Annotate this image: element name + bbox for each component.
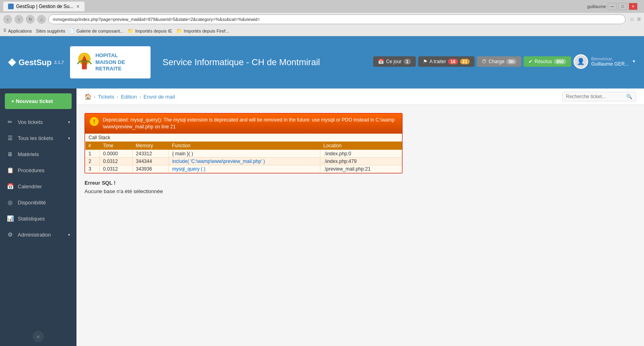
chevron-down-icon-0: ▾ bbox=[68, 120, 70, 124]
header-right: 📅 Ce jour 1 ⚑ A traiter 16 21 ⏱ Charge 0… bbox=[373, 54, 636, 71]
apps-icon: ⠿ bbox=[3, 28, 6, 33]
availability-icon: ◎ bbox=[6, 199, 14, 206]
db-error-text: Aucune base n'a été sélectionnée bbox=[85, 188, 636, 194]
clipboard-icon: 📋 bbox=[6, 167, 14, 173]
calendar-icon: 📅 bbox=[378, 59, 384, 64]
sidebar-item-tous-tickets[interactable]: ☰ Tous les tickets ▾ bbox=[0, 130, 76, 146]
tab-title: GestSup | Gestion de Su... bbox=[16, 4, 74, 9]
gestsup-version: 3.1.7 bbox=[54, 60, 64, 65]
col-num: # bbox=[85, 141, 100, 150]
new-ticket-button[interactable]: + Nouveau ticket bbox=[5, 93, 72, 109]
bookmark-galerie[interactable]: 📄 Galerie de composant... bbox=[69, 28, 124, 33]
hospital-logo: HOPITAL MAISON DE RETRAITE bbox=[70, 46, 151, 78]
error-message: Deprecated: mysql_query(): The mysql ext… bbox=[103, 117, 397, 130]
col-location: Location bbox=[320, 141, 402, 150]
ce-jour-button[interactable]: 📅 Ce jour 1 bbox=[373, 56, 416, 67]
resolus-badge: 850 bbox=[554, 59, 566, 64]
error-footer: Erreur SQL ! Aucune base n'a été sélecti… bbox=[85, 180, 636, 194]
sidebar-collapse-button[interactable]: « bbox=[0, 327, 76, 346]
charge-icon: ⏱ bbox=[482, 59, 487, 64]
sidebar-item-administration[interactable]: ⚙ Administration ▾ bbox=[0, 227, 76, 243]
user-avatar: 👤 bbox=[574, 54, 588, 69]
breadcrumb-edition[interactable]: Edition bbox=[121, 94, 137, 100]
reload-button[interactable]: ↻ bbox=[26, 15, 35, 24]
app-header: GestSup 3.1.7 HOPITAL MAISON DE RETR bbox=[0, 36, 644, 89]
tab-favicon bbox=[8, 4, 14, 9]
sidebar-item-materiels[interactable]: 🖥 Matériels bbox=[0, 146, 76, 162]
gestsup-diamond-icon bbox=[8, 58, 16, 66]
col-time: Time bbox=[99, 141, 132, 150]
bookmark-importes-ie[interactable]: 📁 Importés depuis IE bbox=[128, 28, 172, 34]
search-input[interactable] bbox=[566, 94, 626, 99]
sidebar-item-vos-tickets[interactable]: ✏ Vos tickets ▾ bbox=[0, 114, 76, 130]
search-icon: 🔍 bbox=[626, 94, 632, 99]
flag-icon: ⚑ bbox=[423, 59, 427, 64]
error-header: ! Deprecated: mysql_query(): The mysql e… bbox=[85, 113, 402, 134]
hospital-logo-svg bbox=[76, 50, 93, 74]
a-traiter-button[interactable]: ⚑ A traiter 16 21 bbox=[418, 56, 475, 67]
edit-icon: ✏ bbox=[6, 119, 14, 125]
topbar: 🏠 › Tickets › Edition › Envoi de mail 🔍 bbox=[76, 89, 644, 105]
error-exclamation-icon: ! bbox=[90, 117, 99, 126]
home-button[interactable]: ⌂ bbox=[37, 15, 46, 24]
header-stats: 📅 Ce jour 1 ⚑ A traiter 16 21 ⏱ Charge 0… bbox=[373, 54, 636, 69]
table-row: 1 bbox=[85, 150, 100, 157]
error-box: ! Deprecated: mysql_query(): The mysql e… bbox=[85, 113, 402, 173]
app-body: + Nouveau ticket ✏ Vos tickets ▾ ☰ Tous … bbox=[0, 89, 644, 346]
sidebar-item-calendrier[interactable]: 📅 Calendrier bbox=[0, 178, 76, 194]
bookmarks-bar: ⠿ Applications Sites suggérés 📄 Galerie … bbox=[0, 26, 644, 36]
sidebar-item-disponibilite[interactable]: ◎ Disponibilité bbox=[0, 194, 76, 210]
breadcrumb-home-icon[interactable]: 🏠 bbox=[85, 93, 91, 100]
back-button[interactable]: ‹ bbox=[3, 15, 12, 24]
table-row: 3 bbox=[85, 165, 100, 173]
ce-jour-badge: 1 bbox=[404, 59, 411, 64]
charge-badge: 0h bbox=[506, 59, 516, 64]
user-greeting-text: Bienvenue, Guillaume GER... bbox=[591, 56, 629, 67]
menu-icon[interactable]: ≡ bbox=[637, 16, 641, 23]
list-icon: ☰ bbox=[6, 135, 14, 141]
bookmark-importes-firefox[interactable]: 📁 Importés depuis Firef... bbox=[176, 28, 229, 34]
chevron-down-icon-7: ▾ bbox=[68, 233, 70, 237]
sidebar-item-procedures[interactable]: 📋 Procédures bbox=[0, 162, 76, 178]
charge-button[interactable]: ⏱ Charge 0h bbox=[477, 56, 521, 67]
bookmark-star-icon[interactable]: ☆ bbox=[630, 16, 635, 23]
forward-button[interactable]: › bbox=[14, 15, 23, 24]
content-area: ! Deprecated: mysql_query(): The mysql e… bbox=[76, 105, 644, 202]
tab-close-icon[interactable]: ✕ bbox=[76, 4, 80, 9]
browser-nav-bar: ‹ › ↻ ⌂ ☆ ≡ bbox=[0, 13, 644, 26]
header-logo-area: GestSup 3.1.7 HOPITAL MAISON DE RETR bbox=[8, 46, 151, 78]
folder-icon: 📁 bbox=[128, 28, 134, 34]
bookmark-sites-suggeres[interactable]: Sites suggérés bbox=[36, 29, 65, 33]
maximize-button[interactable]: □ bbox=[618, 3, 627, 10]
browser-chrome: GestSup | Gestion de Su... ✕ guillaume —… bbox=[0, 0, 644, 36]
gear-icon: ⚙ bbox=[6, 231, 14, 238]
monitor-icon: 🖥 bbox=[6, 151, 14, 157]
col-function: Function bbox=[169, 141, 320, 150]
table-row: 2 bbox=[85, 157, 100, 165]
user-chevron-icon: ▼ bbox=[632, 59, 636, 64]
main-content: 🏠 › Tickets › Edition › Envoi de mail 🔍 bbox=[76, 89, 644, 346]
check-circle-icon: ✔ bbox=[528, 59, 533, 64]
header-service-title: Service Informatique - CH de Montmirail bbox=[163, 57, 320, 68]
sidebar: + Nouveau ticket ✏ Vos tickets ▾ ☰ Tous … bbox=[0, 89, 76, 346]
chevron-down-icon-1: ▾ bbox=[68, 136, 70, 140]
callstack-table: Call Stack # Time Memory Function Locati… bbox=[85, 134, 402, 173]
sidebar-item-statistiques[interactable]: 📊 Statistiques bbox=[0, 210, 76, 227]
col-memory: Memory bbox=[132, 141, 169, 150]
minimize-button[interactable]: — bbox=[608, 3, 617, 10]
stats-icon: 📊 bbox=[6, 215, 14, 222]
breadcrumb-tickets[interactable]: Tickets bbox=[98, 94, 114, 100]
bookmark-applications[interactable]: ⠿ Applications bbox=[3, 28, 32, 33]
browser-tab[interactable]: GestSup | Gestion de Su... ✕ bbox=[3, 2, 85, 11]
breadcrumb: 🏠 › Tickets › Edition › Envoi de mail bbox=[85, 93, 175, 100]
user-area[interactable]: 👤 Bienvenue, Guillaume GER... ▼ bbox=[574, 54, 636, 69]
resolus-button[interactable]: ✔ Résolus 850 bbox=[524, 56, 571, 67]
hospital-text: HOPITAL MAISON DE RETRAITE bbox=[95, 52, 145, 73]
search-box: 🔍 bbox=[562, 92, 636, 101]
callstack-label: Call Stack bbox=[85, 134, 402, 141]
window-controls: — □ ✕ bbox=[608, 3, 638, 10]
close-button[interactable]: ✕ bbox=[629, 3, 638, 10]
address-bar[interactable] bbox=[48, 14, 625, 24]
a-traiter-badge2: 21 bbox=[460, 59, 470, 64]
breadcrumb-current[interactable]: Envoi de mail bbox=[143, 94, 175, 100]
